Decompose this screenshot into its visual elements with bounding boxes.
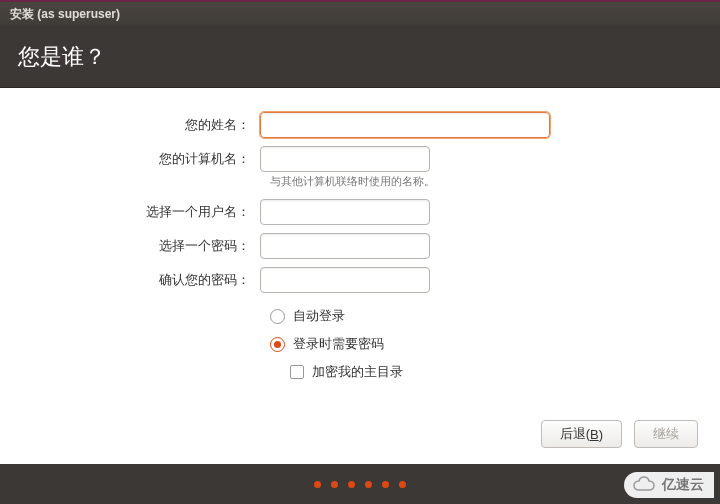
name-label: 您的姓名：: [30, 116, 260, 134]
dot-icon: [382, 481, 389, 488]
page-title: 您是谁？: [18, 42, 106, 72]
username-input[interactable]: [260, 199, 430, 225]
confirm-password-input[interactable]: [260, 267, 430, 293]
hostname-hint: 与其他计算机联络时使用的名称。: [270, 174, 690, 189]
password-input[interactable]: [260, 233, 430, 259]
dot-icon: [331, 481, 338, 488]
cloud-icon: [632, 476, 658, 494]
auto-login-label: 自动登录: [293, 307, 345, 325]
encrypt-home-label: 加密我的主目录: [312, 363, 403, 381]
require-password-label: 登录时需要密码: [293, 335, 384, 353]
auto-login-option[interactable]: 自动登录: [270, 307, 690, 325]
dot-icon: [365, 481, 372, 488]
checkbox-icon: [290, 365, 304, 379]
page-header: 您是谁？: [0, 26, 720, 88]
watermark: 亿速云: [624, 472, 714, 498]
watermark-text: 亿速云: [662, 476, 704, 494]
dot-icon: [348, 481, 355, 488]
hostname-input[interactable]: [260, 146, 430, 172]
name-input[interactable]: [260, 112, 550, 138]
form-area: 您的姓名： 您的计算机名： 与其他计算机联络时使用的名称。 选择一个用户名： 选…: [0, 88, 720, 412]
require-password-option[interactable]: 登录时需要密码: [270, 335, 690, 353]
radio-icon: [270, 337, 285, 352]
encrypt-home-option[interactable]: 加密我的主目录: [270, 363, 690, 381]
window-title: 安装 (as superuser): [10, 6, 120, 23]
continue-button[interactable]: 继续: [634, 420, 698, 448]
progress-dots: [0, 464, 720, 504]
password-label: 选择一个密码：: [30, 237, 260, 255]
hostname-label: 您的计算机名：: [30, 150, 260, 168]
button-bar: 后退(B) 继续: [0, 412, 720, 464]
dot-icon: [314, 481, 321, 488]
titlebar: 安装 (as superuser): [0, 0, 720, 26]
confirm-label: 确认您的密码：: [30, 271, 260, 289]
login-options: 自动登录 登录时需要密码 加密我的主目录: [270, 307, 690, 381]
dot-icon: [399, 481, 406, 488]
back-button[interactable]: 后退(B): [541, 420, 622, 448]
radio-icon: [270, 309, 285, 324]
username-label: 选择一个用户名：: [30, 203, 260, 221]
